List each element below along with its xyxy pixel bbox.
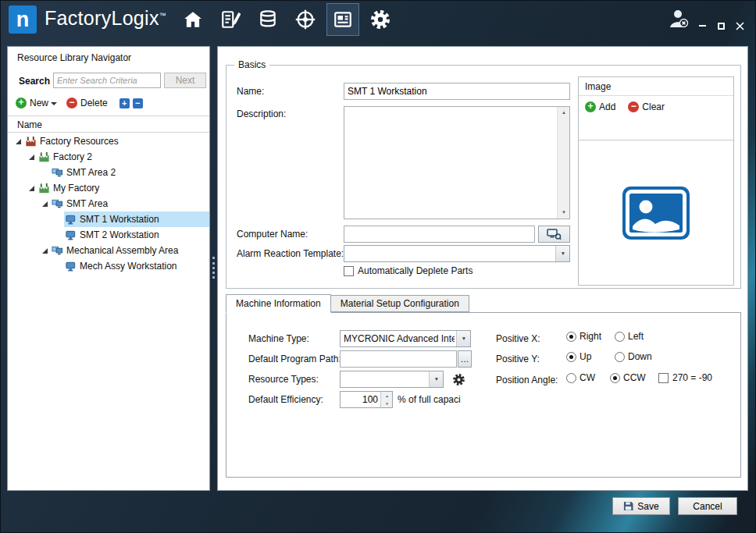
tree-item-smt-area[interactable]: SMT Area: [8, 196, 209, 211]
cancel-button[interactable]: Cancel: [678, 497, 737, 515]
expander-icon[interactable]: [41, 246, 51, 256]
search-input[interactable]: [53, 73, 161, 88]
tree-item-label: SMT 1 Workstation: [80, 214, 159, 225]
combo-arrow-icon[interactable]: [429, 371, 443, 387]
combo-arrow-icon[interactable]: [456, 331, 470, 346]
compass-icon[interactable]: [290, 4, 321, 35]
browse-network-button[interactable]: [538, 226, 570, 243]
expander-icon[interactable]: [41, 199, 51, 209]
basics-groupbox: Basics Name: Description: Computer Name:: [226, 65, 741, 289]
new-plus-icon: [16, 98, 27, 108]
spinner-down-icon[interactable]: [381, 400, 392, 407]
tree-item-my-factory[interactable]: My Factory: [8, 180, 209, 196]
collapse-all-icon[interactable]: [133, 98, 143, 108]
image-clear-button[interactable]: Clear: [628, 101, 665, 112]
clear-minus-icon: [628, 101, 639, 112]
radio-position-angle-ccw[interactable]: CCW: [610, 372, 646, 383]
radio-position-angle-cw[interactable]: CW: [566, 372, 595, 383]
navigator-title: Resource Library Navigator: [17, 52, 131, 63]
spinner-up-icon[interactable]: [381, 392, 392, 400]
program-path-field[interactable]: [340, 350, 457, 368]
tree-item-smt-1-workstation[interactable]: SMT 1 Workstation: [8, 211, 209, 227]
tree-item-label: SMT Area: [66, 198, 108, 209]
save-button[interactable]: Save: [612, 497, 670, 515]
angle-270-checkbox[interactable]: [658, 373, 669, 383]
tab-material-setup-configuration[interactable]: Material Setup Configuration: [331, 295, 469, 312]
delete-button[interactable]: Delete: [80, 98, 108, 108]
description-scrollbar[interactable]: [557, 107, 569, 219]
user-status-icon[interactable]: [668, 8, 690, 32]
name-field[interactable]: [344, 83, 570, 100]
radio-icon[interactable]: [566, 373, 576, 383]
program-path-browse-button[interactable]: …: [458, 350, 472, 368]
new-button[interactable]: New: [30, 98, 48, 108]
radio-icon[interactable]: [615, 332, 625, 342]
tree-item-mech-assy-workstation[interactable]: Mech Assy Workstation: [8, 258, 209, 274]
next-button[interactable]: Next: [164, 73, 206, 88]
tree-name-column-header: Name: [8, 115, 209, 133]
titlebar-nav-icons: [177, 4, 396, 35]
minimize-icon[interactable]: [694, 19, 710, 33]
expander-icon[interactable]: [27, 183, 37, 194]
close-icon[interactable]: [732, 19, 747, 33]
maximize-icon[interactable]: [713, 19, 729, 33]
search-label: Search: [19, 76, 50, 87]
home-icon[interactable]: [177, 4, 209, 35]
combo-arrow-icon[interactable]: [555, 246, 569, 261]
settings-gear-icon[interactable]: [365, 4, 396, 35]
deplete-parts-checkbox-row[interactable]: Automatically Deplete Parts: [344, 265, 472, 276]
image-toolbar: Add Clear: [579, 96, 733, 118]
reports-icon[interactable]: [327, 4, 358, 35]
radio-positive-y-down[interactable]: Down: [615, 351, 652, 362]
new-dropdown-caret-icon[interactable]: [51, 100, 57, 106]
tree-item-label: Factory Resources: [40, 136, 119, 147]
workstation-icon: [65, 229, 77, 241]
save-floppy-icon: [623, 501, 633, 511]
panel-splitter[interactable]: [210, 46, 217, 491]
efficiency-stepper[interactable]: [340, 391, 393, 408]
database-icon[interactable]: [252, 4, 284, 35]
tree-row-body: Mechanical Assembly Area: [51, 243, 209, 258]
description-field-wrap: [344, 106, 570, 219]
description-field[interactable]: [344, 107, 557, 219]
alarm-template-dropdown[interactable]: [344, 245, 570, 262]
radio-icon[interactable]: [615, 352, 625, 362]
tree-row-body: SMT Area: [51, 196, 209, 211]
tree-item-mechanical-assembly-area[interactable]: Mechanical Assembly Area: [8, 243, 209, 258]
tree-row-body: SMT 1 Workstation: [64, 211, 209, 227]
deplete-parts-checkbox[interactable]: [344, 266, 354, 276]
image-title: Image: [579, 77, 733, 96]
expand-all-icon[interactable]: [119, 98, 130, 108]
resource-types-gear-icon[interactable]: [452, 373, 465, 386]
name-label: Name:: [237, 86, 264, 97]
tab-machine-information[interactable]: Machine Information: [226, 294, 331, 313]
image-placeholder-area: [579, 140, 733, 285]
basics-title: Basics: [234, 59, 269, 70]
tree-item-smt-area-2[interactable]: SMT Area 2: [8, 165, 209, 180]
worksheets-icon[interactable]: [215, 4, 246, 35]
tree-row-body: SMT Area 2: [51, 165, 209, 180]
expander-icon[interactable]: [27, 152, 37, 162]
computer-name-field[interactable]: [344, 226, 535, 243]
app-logo-letter: n: [16, 8, 30, 32]
resource-detail-panel: Basics Name: Description: Computer Name:: [217, 46, 748, 491]
radio-positive-x-left[interactable]: Left: [615, 331, 644, 342]
expander-icon[interactable]: [14, 137, 24, 147]
tree-row-body: Mech Assy Workstation: [64, 258, 209, 274]
efficiency-label: Default Efficiency:: [248, 394, 323, 405]
tree-item-factory-resources[interactable]: Factory Resources: [8, 133, 209, 149]
tree-item-smt-2-workstation[interactable]: SMT 2 Workstation: [8, 227, 209, 243]
radio-positive-x-right[interactable]: Right: [566, 331, 601, 342]
radio-positive-y-up[interactable]: Up: [566, 351, 591, 362]
radio-icon[interactable]: [610, 373, 620, 383]
scroll-down-icon[interactable]: [558, 207, 569, 219]
machine-type-dropdown[interactable]: MYCRONIC Advanced Inte: [340, 330, 471, 347]
tree-item-factory-2[interactable]: Factory 2: [8, 149, 209, 165]
scroll-up-icon[interactable]: [558, 107, 569, 119]
angle-270-checkbox-row[interactable]: 270 = -90: [658, 372, 712, 383]
radio-icon[interactable]: [566, 352, 576, 362]
resource-types-dropdown[interactable]: [340, 371, 444, 388]
radio-icon[interactable]: [566, 332, 576, 342]
efficiency-input[interactable]: [341, 392, 380, 407]
image-add-button[interactable]: Add: [585, 101, 615, 112]
